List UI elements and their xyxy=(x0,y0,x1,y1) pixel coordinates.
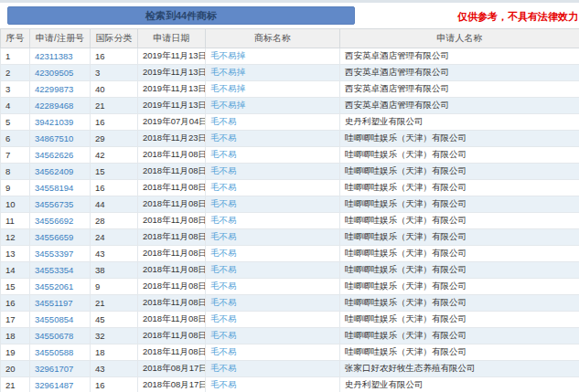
apply-date-cell: 2019年11月13日 xyxy=(143,83,206,93)
table-row: 153455206192018年11月08日毛不易哇唧唧哇娱乐（天津）有限公司 xyxy=(1,279,579,295)
apply-date-cell: 2018年11月08日 xyxy=(143,297,206,307)
applicant-name-cell: 哇唧唧哇娱乐（天津）有限公司 xyxy=(345,281,466,291)
intl-class-cell: 28 xyxy=(95,216,105,226)
registration-number-link[interactable]: 34553354 xyxy=(35,265,73,275)
table-row: 142311383162019年11月13日毛不易掉西安英卓酒店管理有限公司 xyxy=(1,48,579,65)
registration-number-link[interactable]: 34550678 xyxy=(35,331,73,341)
registration-number-link[interactable]: 34558194 xyxy=(35,183,73,193)
registration-number-link[interactable]: 34550588 xyxy=(35,347,73,357)
registration-number-link[interactable]: 42309505 xyxy=(35,68,73,78)
registration-number-link[interactable]: 42289468 xyxy=(35,101,73,111)
registration-number-link[interactable]: 34562626 xyxy=(35,150,73,160)
registration-number-link[interactable]: 34556735 xyxy=(35,199,73,209)
registration-number-link[interactable]: 34562409 xyxy=(35,166,73,176)
applicant-name-cell: 西安英卓酒店管理有限公司 xyxy=(345,67,449,77)
apply-date-cell: 2018年11月08日 xyxy=(143,149,206,159)
intl-class-cell: 24 xyxy=(95,232,105,242)
column-header-trademark-name: 商标名称 xyxy=(206,29,340,48)
trademark-name-link[interactable]: 毛不易 xyxy=(210,231,237,241)
intl-class-cell: 16 xyxy=(95,380,105,390)
registration-number-link[interactable]: 42311383 xyxy=(35,51,73,61)
trademark-name-link[interactable]: 毛不易 xyxy=(210,165,237,175)
serial-number-cell: 18 xyxy=(5,331,16,341)
registration-number-link[interactable]: 32961487 xyxy=(35,380,73,390)
apply-date-cell: 2019年07月04日 xyxy=(143,116,206,126)
intl-class-cell: 18 xyxy=(95,347,105,357)
serial-number-cell: 20 xyxy=(5,364,16,374)
table-row: 1934550588182018年11月08日毛不易哇唧唧哇娱乐（天津）有限公司 xyxy=(1,344,579,361)
applicant-name-cell: 哇唧唧哇娱乐（天津）有限公司 xyxy=(345,149,466,159)
table-row: 1034556735442018年11月08日毛不易哇唧唧哇娱乐（天津）有限公司 xyxy=(1,196,579,213)
results-table-body: 142311383162019年11月13日毛不易掉西安英卓酒店管理有限公司24… xyxy=(1,48,579,392)
apply-date-cell: 2018年11月08日 xyxy=(143,330,206,340)
registration-number-link[interactable]: 42299873 xyxy=(35,84,73,94)
applicant-name-cell: 哇唧唧哇娱乐（天津）有限公司 xyxy=(345,346,466,356)
table-row: 1234556659242018年11月08日毛不易哇唧唧哇娱乐（天津）有限公司 xyxy=(1,229,579,246)
applicant-name-cell: 哇唧唧哇娱乐（天津）有限公司 xyxy=(345,215,466,225)
applicant-name-cell: 哇唧唧哇娱乐（天津）有限公司 xyxy=(345,198,466,208)
intl-class-cell: 45 xyxy=(95,314,105,324)
apply-date-cell: 2019年11月13日 xyxy=(143,50,206,60)
serial-number-cell: 17 xyxy=(5,314,16,324)
registration-number-link[interactable]: 34556659 xyxy=(35,232,73,242)
serial-number-cell: 4 xyxy=(5,101,10,111)
serial-number-cell: 12 xyxy=(5,232,16,242)
result-count-banner[interactable]: 检索到44件商标 xyxy=(7,6,355,25)
registration-number-link[interactable]: 34553397 xyxy=(35,249,73,259)
trademark-name-link[interactable]: 毛不易掉 xyxy=(210,100,245,110)
intl-class-cell: 32 xyxy=(95,331,105,341)
trademark-name-link[interactable]: 毛不易 xyxy=(210,346,237,356)
trademark-name-link[interactable]: 毛不易 xyxy=(210,215,237,225)
trademark-name-link[interactable]: 毛不易 xyxy=(210,248,237,258)
column-header-applicant-name: 申请人名称 xyxy=(340,29,579,48)
registration-number-link[interactable]: 34552061 xyxy=(35,281,73,291)
apply-date-cell: 2018年11月23日 xyxy=(143,132,206,143)
apply-date-cell: 2018年11月08日 xyxy=(143,165,206,175)
trademark-name-link[interactable]: 毛不易 xyxy=(210,330,237,340)
trademark-name-link[interactable]: 毛不易 xyxy=(210,198,237,208)
intl-class-cell: 9 xyxy=(95,281,100,291)
serial-number-cell: 3 xyxy=(5,84,10,94)
registration-number-link[interactable]: 34551197 xyxy=(35,298,73,308)
applicant-name-cell: 哇唧唧哇娱乐（天津）有限公司 xyxy=(345,264,466,274)
trademark-name-link[interactable]: 毛不易 xyxy=(210,132,237,143)
column-header-apply-date: 申请日期 xyxy=(138,29,206,48)
trademark-name-link[interactable]: 毛不易 xyxy=(210,182,237,192)
intl-class-cell: 38 xyxy=(95,265,105,275)
trademark-results-table: 序号 申请/注册号 国际分类 申请日期 商标名称 申请人名称 142311383… xyxy=(0,28,579,392)
registration-number-link[interactable]: 34867510 xyxy=(35,133,73,143)
serial-number-cell: 14 xyxy=(5,265,16,275)
table-row: 734562626422018年11月08日毛不易哇唧唧哇娱乐（天津）有限公司 xyxy=(1,147,579,164)
trademark-name-link[interactable]: 毛不易掉 xyxy=(210,83,245,93)
trademark-name-link[interactable]: 毛不易 xyxy=(210,264,237,274)
registration-number-link[interactable]: 34550854 xyxy=(35,314,73,324)
registration-number-link[interactable]: 39421039 xyxy=(35,117,73,127)
applicant-name-cell: 西安英卓酒店管理有限公司 xyxy=(345,100,449,110)
trademark-name-link[interactable]: 毛不易 xyxy=(210,313,237,323)
serial-number-cell: 9 xyxy=(5,183,10,193)
trademark-name-link[interactable]: 毛不易 xyxy=(210,116,237,126)
table-row: 934558194162018年11月08日毛不易哇唧唧哇娱乐（天津）有限公司 xyxy=(1,180,579,196)
trademark-name-link[interactable]: 毛不易 xyxy=(210,363,237,373)
trademark-name-link[interactable]: 毛不易 xyxy=(210,281,237,291)
applicant-name-cell: 哇唧唧哇娱乐（天津）有限公司 xyxy=(345,313,466,323)
serial-number-cell: 21 xyxy=(5,380,16,390)
trademark-name-link[interactable]: 毛不易 xyxy=(210,379,237,389)
table-row: 834562409152018年11月08日毛不易哇唧唧哇娱乐（天津）有限公司 xyxy=(1,164,579,180)
serial-number-cell: 13 xyxy=(5,249,16,259)
table-row: 1834550678322018年11月08日毛不易哇唧唧哇娱乐（天津）有限公司 xyxy=(1,328,579,344)
trademark-name-link[interactable]: 毛不易掉 xyxy=(210,50,245,60)
trademark-name-link[interactable]: 毛不易掉 xyxy=(210,67,245,77)
registration-number-link[interactable]: 32961707 xyxy=(35,364,73,374)
serial-number-cell: 19 xyxy=(5,347,16,357)
table-row: 2132961487162018年08月17日毛不易史丹利塑业有限公司 xyxy=(1,377,579,392)
serial-number-cell: 7 xyxy=(5,150,10,160)
table-row: 1634551197212018年11月08日毛不易哇唧唧哇娱乐（天津）有限公司 xyxy=(1,295,579,312)
intl-class-cell: 43 xyxy=(95,249,105,259)
intl-class-cell: 43 xyxy=(95,364,105,374)
table-row: 1734550854452018年11月08日毛不易哇唧唧哇娱乐（天津）有限公司 xyxy=(1,312,579,328)
trademark-name-link[interactable]: 毛不易 xyxy=(210,149,237,159)
trademark-name-link[interactable]: 毛不易 xyxy=(210,297,237,307)
serial-number-cell: 6 xyxy=(5,133,10,143)
registration-number-link[interactable]: 34556692 xyxy=(35,216,73,226)
